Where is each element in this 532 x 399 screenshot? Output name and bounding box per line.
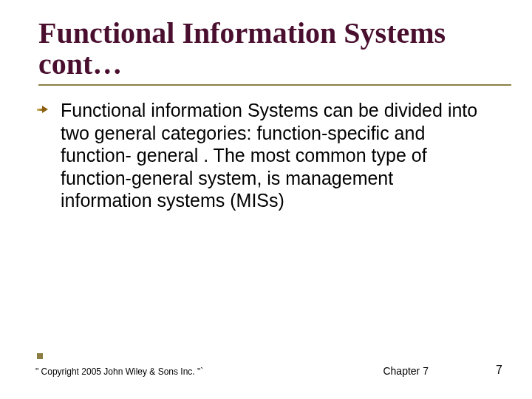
accent-square-icon xyxy=(37,353,43,359)
bullet-text: Functional information Systems can be di… xyxy=(61,100,477,211)
chapter-label: Chapter 7 xyxy=(383,365,428,377)
footer: " Copyright 2005 John Wiley & Sons Inc. … xyxy=(35,364,502,377)
arrow-bullet-icon xyxy=(37,104,49,115)
title-underline xyxy=(38,84,511,86)
bullet-list: Functional information Systems can be di… xyxy=(38,99,502,212)
slide: Functional Information Systems cont… Fun… xyxy=(0,0,532,399)
page-number: 7 xyxy=(496,364,502,377)
list-item: Functional information Systems can be di… xyxy=(55,99,483,212)
copyright-text: " Copyright 2005 John Wiley & Sons Inc. … xyxy=(35,366,203,377)
slide-title: Functional Information Systems cont… xyxy=(38,18,502,80)
